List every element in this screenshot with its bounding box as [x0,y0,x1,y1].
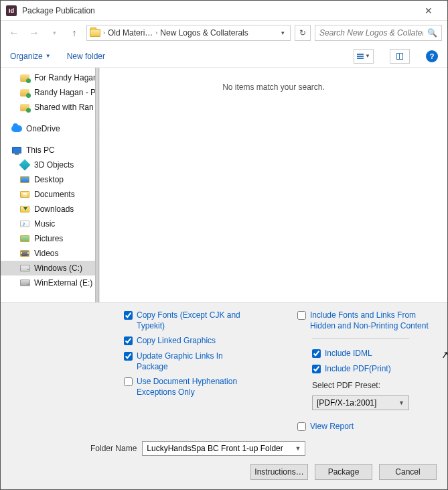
breadcrumb-dropdown-icon[interactable]: ▾ [279,29,287,36]
tree-label: Videos [34,249,58,258]
folder-icon [90,29,100,37]
tree-item[interactable]: Desktop [1,172,99,187]
update-links-label: Update Graphic Links In Package [137,351,250,372]
tree-item[interactable]: 3D Objects [1,158,99,172]
tree-item[interactable]: Downloads [1,202,99,217]
tree-item[interactable]: WinExternal (E:) [1,275,99,290]
music-icon [20,221,29,227]
onedrive-icon [11,125,22,132]
package-button[interactable]: Package [315,464,372,480]
search-icon: 🔍 [427,28,437,38]
instructions-button[interactable]: Instructions… [250,464,308,480]
empty-message: No items match your search. [100,68,447,92]
tree-item[interactable]: Documents [1,187,99,202]
pc-icon [12,147,21,154]
chevron-right-icon: › [103,29,105,36]
scrollbar[interactable] [95,68,99,302]
hyphenation-label: Use Document Hyphenation Exceptions Only [137,376,250,397]
tree-item[interactable]: For Randy Hagan [1,70,99,85]
tree-label: WinExternal (E:) [34,278,92,288]
tree-item[interactable]: Music [1,217,99,231]
tree-label: This PC [26,145,55,155]
tree-item-thispc[interactable]: This PC [1,143,99,158]
breadcrumb-item[interactable]: Old Materi… [108,28,153,38]
drive-icon [20,265,30,271]
chevron-down-icon: ▼ [46,53,51,59]
include-pdf-checkbox[interactable] [312,365,321,373]
shared-folder-icon [20,89,29,97]
preview-pane-button[interactable] [390,49,410,64]
tree-item[interactable]: Pictures [1,231,99,246]
tree-label: Downloads [34,204,74,214]
shared-folder-icon [20,74,29,82]
up-button[interactable]: ↑ [66,25,82,41]
forward-button[interactable]: → [26,25,42,41]
tree-label: Documents [34,190,75,199]
include-idml-checkbox[interactable] [312,349,321,358]
hidden-content-checkbox[interactable] [297,311,306,320]
tree-label: Desktop [34,175,64,184]
breadcrumb[interactable]: › Old Materi… › New Logos & Collaterals … [86,25,291,41]
tree-label: Pictures [34,234,63,243]
tree-item[interactable]: Videos [1,246,99,261]
nav-row: ← → ▾ ↑ › Old Materi… › New Logos & Coll… [1,21,447,45]
back-button[interactable]: ← [6,25,22,41]
include-pdf-label: Include PDF(Print) [325,363,391,374]
pdf-preset-value: [PDF/X-1a:2001] [317,398,376,408]
organize-label: Organize [10,52,43,61]
cancel-button[interactable]: Cancel [379,464,437,480]
copy-linked-checkbox[interactable] [124,336,133,345]
tree-item-selected[interactable]: Windows (C:) [1,261,99,275]
folder-name-value: LuckyHandsSpa BC Front 1-up Folder [147,444,283,453]
search-box[interactable]: 🔍 [315,25,442,41]
tree-label: For Randy Hagan [34,73,98,82]
recent-dropdown[interactable]: ▾ [46,25,62,41]
tree-label: Randy Hagan - P [34,88,96,97]
folder-name-combo[interactable]: LuckyHandsSpa BC Front 1-up Folder ▼ [142,441,305,456]
organize-menu[interactable]: Organize ▼ [10,52,51,61]
folder-tree: For Randy Hagan Randy Hagan - P Shared w… [1,68,100,302]
tree-label: Windows (C:) [34,263,82,273]
help-button[interactable]: ? [426,50,438,62]
search-input[interactable] [319,28,423,38]
copy-linked-label: Copy Linked Graphics [137,335,216,346]
videos-icon [20,250,29,257]
title-bar: Id Package Publication ✕ [1,1,447,21]
copy-fonts-checkbox[interactable] [124,311,133,320]
tree-item[interactable]: Randy Hagan - P [1,85,99,100]
chevron-right-icon: › [155,29,157,36]
tree-item-onedrive[interactable]: OneDrive [1,121,99,136]
body: For Randy Hagan Randy Hagan - P Shared w… [1,68,447,302]
folder-name-label: Folder Name [90,444,137,453]
copy-fonts-label: Copy Fonts (Except CJK and Typekit) [137,310,250,331]
options-panel: Copy Fonts (Except CJK and Typekit) Copy… [1,302,447,489]
shared-folder-icon [20,104,29,111]
desktop-icon [20,176,29,183]
window-title: Package Publication [22,6,415,15]
external-drive-icon [20,280,30,286]
tree-label: 3D Objects [34,160,74,170]
close-icon[interactable]: ✕ [415,5,442,16]
include-idml-label: Include IDML [325,348,372,359]
tree-label: Shared with Ran [34,103,94,112]
chevron-down-icon: ▼ [398,400,404,406]
update-links-checkbox[interactable] [124,352,133,361]
app-icon: Id [6,5,17,16]
documents-icon [20,191,29,198]
pdf-preset-label: Select PDF Preset: [312,381,438,390]
hidden-content-label: Include Fonts and Links From Hidden and … [310,310,431,331]
view-report-checkbox[interactable] [297,422,306,431]
file-list: No items match your search. [100,68,447,302]
pdf-preset-dropdown[interactable]: [PDF/X-1a:2001] ▼ [312,395,409,410]
view-report-label: View Report [310,421,354,432]
new-folder-button[interactable]: New folder [67,52,105,61]
tree-item[interactable]: Shared with Ran [1,100,99,115]
breadcrumb-item[interactable]: New Logos & Collaterals [160,28,248,38]
refresh-button[interactable]: ↻ [295,25,311,41]
chevron-down-icon: ▼ [365,53,370,59]
toolbar: Organize ▼ New folder ▼ ? [1,45,447,68]
3d-objects-icon [19,160,31,171]
hyphenation-checkbox[interactable] [124,377,133,386]
tree-label: Music [34,219,55,229]
view-mode-button[interactable]: ▼ [354,49,374,64]
